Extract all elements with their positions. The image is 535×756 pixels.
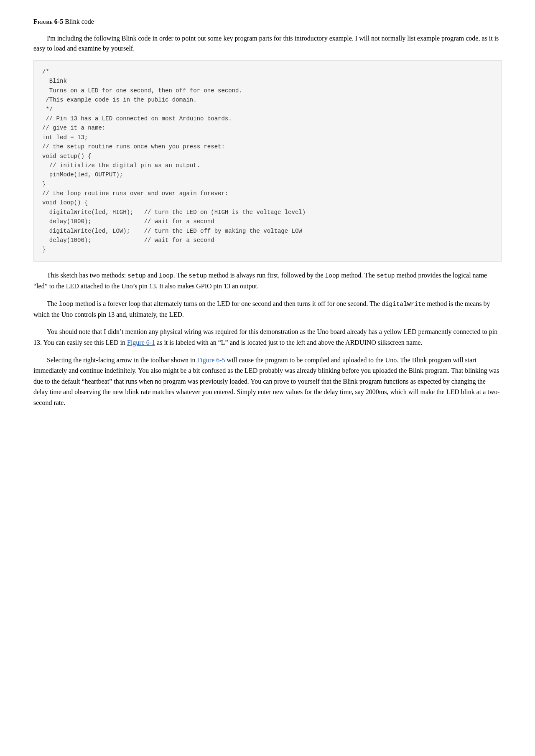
intro-text: I'm including the following Blink code i… <box>33 35 499 52</box>
intro-paragraph: I'm including the following Blink code i… <box>33 33 502 53</box>
inline-code-loop2: loop <box>325 272 339 279</box>
figure-title-text: Blink code <box>65 18 94 25</box>
paragraph-3: You should note that I didn’t mention an… <box>33 326 502 348</box>
inline-code-setup3: setup <box>377 272 395 279</box>
inline-code-digitalwrite: digitalWrite <box>382 301 425 308</box>
figure-6-1-link[interactable]: Figure 6-1 <box>127 339 155 346</box>
paragraph-1: This sketch has two methods: setup and l… <box>33 270 502 292</box>
code-block: /* Blink Turns on a LED for one second, … <box>33 60 502 262</box>
inline-code-loop3: loop <box>59 301 74 308</box>
figure-caption: Figure 6-5 Blink code <box>33 17 502 27</box>
figure-6-5-link[interactable]: Figure 6-5 <box>197 356 225 364</box>
inline-code-loop: loop <box>159 272 173 279</box>
paragraph-4: Selecting the right-facing arrow in the … <box>33 355 502 408</box>
inline-code-setup: setup <box>127 272 146 279</box>
figure-label: Figure 6-5 <box>33 18 63 25</box>
inline-code-setup2: setup <box>189 272 207 279</box>
paragraph-2: The loop method is a forever loop that a… <box>33 298 502 320</box>
